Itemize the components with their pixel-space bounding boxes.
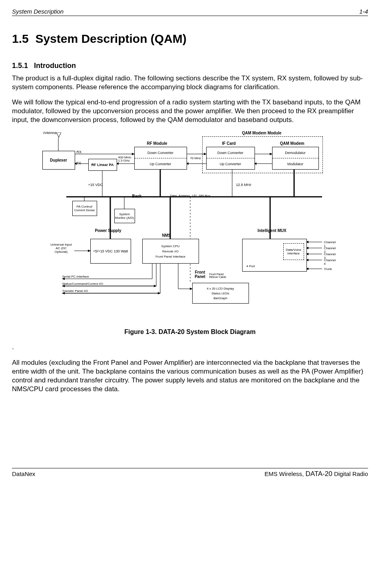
- freq-rf-label: 400 MHz-1.5 GHz: [118, 156, 133, 162]
- front-panel-box: 4 x 20 LCD Display Status LEDs BarGraph: [192, 283, 249, 304]
- demodulator: Demodulator: [273, 147, 318, 158]
- nms-line3: Front Panel Interface: [155, 255, 185, 258]
- section-name: System Description (QAM): [35, 32, 186, 45]
- block-diagram: Antenna Duplexer RX TX RF Linear PA 400 …: [42, 131, 338, 323]
- back-label: Back: [132, 194, 142, 198]
- footer-right-product: DATA-20: [305, 470, 332, 478]
- io2-label: Status/Command/Control I/O: [62, 282, 103, 286]
- io3-label: Transfer Panel I/O: [62, 289, 88, 293]
- figure-caption: Figure 1-3. DATA-20 System Block Diagram: [12, 328, 368, 336]
- antenna-label: Antenna: [43, 131, 57, 135]
- subsection-title: Introduction: [34, 62, 76, 70]
- nms-title: NMS: [162, 233, 171, 238]
- paragraph-3: All modules (excluding the Front Panel a…: [12, 358, 368, 394]
- qam-modem-box: Demodulator Modulator: [272, 147, 319, 170]
- footer-right-prefix: EMS Wireless,: [265, 470, 306, 477]
- mux-4port: 4 Port: [247, 264, 255, 268]
- universal-input-label: Universal Input AC (DC Optional): [50, 243, 72, 254]
- if-card-box: Down Converter Up Converter: [206, 147, 255, 170]
- section-title: 1.5 System Description (QAM): [12, 32, 368, 46]
- io1-label: Serial PC Interface: [62, 275, 89, 278]
- nms-line2: Remote I/O: [162, 250, 179, 253]
- if-70-label: 70 MHz: [190, 156, 201, 160]
- rf-module-title: RF Module: [147, 141, 167, 146]
- rf-up-converter: Up Converter: [135, 158, 187, 169]
- mux-datavoice: Data/Voice Interface: [283, 243, 304, 260]
- ch4-label: Channel 4: [324, 258, 338, 266]
- header-right: 1-4: [359, 8, 368, 15]
- duplexer-box: Duplexer: [42, 151, 75, 170]
- system-monitor-box: System Monitor (A/D): [114, 209, 135, 223]
- if-card-title: IF Card: [222, 141, 236, 146]
- footer-rule: [12, 468, 368, 468]
- fp-ribbon-label: Front Panel Ribbon Cable: [209, 273, 227, 278]
- nms-box: System CPU Remote I/O Front Panel Interf…: [142, 239, 199, 264]
- footer-left: DataNex: [12, 470, 35, 477]
- rf-down-converter: Down Converter: [135, 147, 187, 158]
- rx-label: RX: [77, 150, 82, 154]
- header-rule: [12, 16, 368, 16]
- pa-control-box: PA Control/ Current Sense: [72, 201, 97, 216]
- rf-linear-pa-box: RF Linear PA: [88, 159, 117, 171]
- subsection-heading: 1.5.1 Introduction: [12, 62, 368, 70]
- tx-label: TX: [77, 161, 82, 165]
- paragraph-1: The product is a full-duplex digital rad…: [12, 74, 368, 92]
- intelligent-mux-title: Intelligent MUX: [256, 228, 288, 233]
- qam-modem-title: QAM Modem: [280, 141, 304, 146]
- footer-right-suffix: Digital Radio: [332, 470, 368, 477]
- dot-line: .: [12, 343, 368, 352]
- qam-modem-module-title: QAM Modem Module: [242, 131, 282, 135]
- header-left: System Description: [12, 8, 64, 15]
- if-up-converter: Up Converter: [207, 158, 255, 169]
- fp-line3: BarGraph: [213, 296, 227, 300]
- if-down-converter: Down Converter: [207, 147, 255, 158]
- fp-line2: Status LEDs: [211, 292, 229, 295]
- paragraph-2: We will follow the typical end-to-end pr…: [12, 98, 368, 124]
- footer-right: EMS Wireless, DATA-20 Digital Radio: [265, 470, 368, 478]
- mux-box: 4 Port Data/Voice Interface: [242, 239, 307, 272]
- subsection-number: 1.5.1: [12, 62, 28, 70]
- antenna-icon: [56, 132, 61, 139]
- khz128-label: 12.8 MHz: [236, 183, 252, 187]
- power-supply-title: Power Supply: [94, 228, 122, 233]
- modulator: Modulator: [273, 158, 318, 169]
- trunk-label: Trunk: [324, 267, 332, 271]
- psu-box: +5/+15 VDC 130 Watt: [90, 239, 131, 264]
- nms-line1: System CPU: [161, 244, 180, 248]
- bus-label: Data, Address, I ²C, SPI Bus: [170, 194, 211, 198]
- section-number: 1.5: [12, 32, 29, 45]
- front-panel-title: Front Panel: [192, 270, 208, 279]
- rf-module-box: Down Converter Up Converter: [134, 147, 187, 170]
- fp-line1: 4 x 20 LCD Display: [207, 287, 234, 290]
- plus15vdc-label: +15 VDC: [88, 183, 103, 187]
